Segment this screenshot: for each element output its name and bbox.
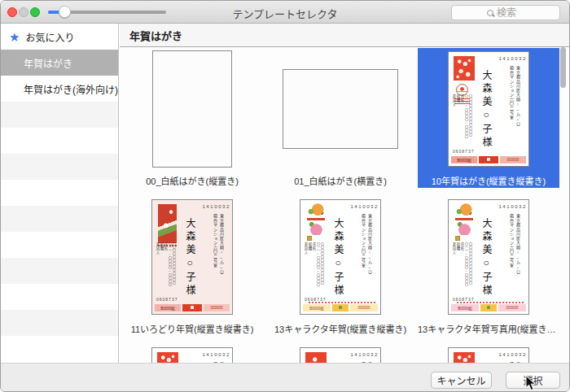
stamp-banner-icon [480, 304, 497, 311]
postal-code: 1410032 [350, 204, 379, 209]
recipient-name: 大森美○子様 [331, 218, 345, 309]
lottery-banners: B0000組000000 [451, 304, 526, 311]
sender-postal: 0608737 [156, 297, 178, 302]
gold-tag-icon [307, 236, 312, 241]
mouse-cursor [525, 375, 537, 391]
postal-code: 1410032 [498, 56, 527, 61]
sidebar-item-nenga-hagaki-overseas[interactable]: 年賀はがき(海外向け) [1, 76, 118, 102]
postcard-thumbnail-character[interactable]: 1410032 大森美○子様 東京都品川区大崎○−ム−ロ稲台マンション六〇二号室… [300, 199, 381, 315]
postcard-thumbnail-blank-portrait[interactable] [152, 50, 232, 168]
template-label: 00_白紙はがき(縦置き) [121, 174, 263, 187]
recipient-address: 東京都品川区大崎○−ム−ロ稲台マンション六〇二号室 [508, 214, 521, 305]
template-cell-irodori[interactable]: 1410032 大森美○子様 東京都品川区大崎○−ム−ロ稲台マンション六〇二号室… [121, 196, 263, 335]
sidebar: ★ お気に入り 年賀はがき 年賀はがき(海外向け) [1, 24, 119, 363]
title-bar: テンプレートセレクタ [1, 1, 569, 24]
recipient-address: 東京都品川区大崎○−ム−ロ稲台マンション六〇二号室 [212, 214, 225, 305]
gold-tag-icon [455, 236, 460, 241]
postcard-thumbnail-irodori[interactable]: 1410032 大森美○子様 東京都品川区大崎○−ム−ロ稲台マンション六〇二号室… [151, 199, 233, 315]
lottery-banners: B0000組000000 [451, 156, 526, 163]
sidebar-empty-row [1, 284, 118, 310]
notice-micro-text [457, 302, 525, 303]
sidebar-item-favorites[interactable]: ★ お気に入り [1, 24, 118, 50]
sender-postal: 0608737 [453, 149, 474, 154]
search-field[interactable] [451, 5, 560, 20]
postcard-thumbnail-blank-landscape[interactable] [283, 69, 398, 149]
template-label: 11いろどり年賀(縦置き縦書き) [121, 322, 263, 335]
recipient-name: 大森美○子様 [480, 70, 493, 161]
sidebar-item-label: 年賀はがき(海外向け) [9, 82, 118, 96]
pink-character-icon [456, 222, 471, 235]
template-cell-partial[interactable]: 1410032 東京都品川区大崎○−ム−ロ稲台マンション六〇二号室 [270, 344, 411, 364]
character-banner [455, 218, 473, 220]
sender-block: 〇〇〇〇〇〇〇〇〇〇〇〇〇〇一一−〇〇〇〇−〇〇〇〇 氏名 役職 差出人 [452, 94, 472, 155]
postal-code: 1410032 [202, 204, 230, 209]
postcard-thumbnail-partial[interactable]: 1410032 東京都品川区大崎○−ム−ロ稲台マンション六〇二号室 [448, 347, 529, 364]
sender-block: 〇〇〇〇〇〇〇〇〇〇〇〇〇〇一一−〇〇〇〇−〇〇〇〇 氏名 役職 差出人 [156, 242, 176, 303]
template-cell-character[interactable]: 1410032 大森美○子様 東京都品川区大崎○−ム−ロ稲台マンション六〇二号室… [270, 196, 411, 335]
lottery-banners: B0000組000000 [155, 304, 230, 311]
template-cell-partial[interactable]: 1410032 東京都品川区大崎○−ム−ロ稲台マンション六〇二号室 [121, 344, 263, 364]
postal-code: 1410032 [350, 352, 379, 357]
template-cell-partial[interactable]: 1410032 東京都品川区大崎○−ム−ロ稲台マンション六〇二号室 [418, 344, 559, 364]
template-label-selected: 10年賀はがき(縦置き縦書き) [418, 174, 559, 187]
sidebar-empty-row [1, 102, 118, 128]
tiger-character-icon [455, 203, 473, 217]
postcard-thumbnail-partial[interactable]: 1410032 東京都品川区大崎○−ム−ロ稲台マンション六〇二号室 [300, 347, 381, 364]
sidebar-empty-row [1, 154, 118, 180]
notice-micro-text [309, 302, 377, 303]
sidebar-empty-row [1, 336, 118, 362]
recipient-address: 東京都品川区大崎○−ム−ロ稲台マンション六〇二号室 [360, 214, 373, 305]
template-label: 13キャラクタ年賀写真用(縦置き縦書き) [418, 322, 559, 335]
tiger-character-icon [307, 203, 325, 217]
sidebar-empty-row [1, 310, 118, 336]
recipient-name: 大森美○子様 [183, 218, 197, 309]
template-cell-blank-landscape[interactable]: 01_白紙はがき(横置き) [270, 48, 411, 187]
stamp-banner-icon [479, 156, 498, 163]
sidebar-empty-row [1, 206, 118, 232]
footer-bar: キャンセル 選択 [1, 363, 569, 391]
sidebar-empty-row [1, 232, 118, 258]
sidebar-item-nenga-hagaki[interactable]: 年賀はがき [1, 50, 118, 76]
postal-code: 1410032 [498, 352, 527, 357]
sender-block: 〇〇〇〇〇〇〇〇〇〇〇〇〇〇一一−〇〇〇〇−〇〇〇〇 氏名 役職 差出人 [304, 242, 324, 303]
stamp-art-icon [454, 56, 475, 81]
sidebar-empty-row [1, 128, 118, 154]
category-header-label: 年賀はがき [129, 28, 182, 43]
postcard-thumbnail-partial[interactable]: 1410032 東京都品川区大崎○−ム−ロ稲台マンション六〇二号室 [151, 347, 233, 364]
sidebar-item-label: 年賀はがき [9, 56, 72, 70]
sidebar-empty-row [1, 180, 118, 206]
postal-code: 1410032 [202, 352, 230, 357]
sidebar-empty-row [1, 258, 118, 284]
cancel-button[interactable]: キャンセル [431, 372, 492, 389]
stamp-banner-icon [332, 304, 349, 311]
sender-block: 〇〇〇〇〇〇〇〇〇〇〇〇〇〇一一−〇〇〇〇−〇〇〇〇 氏名 役職 差出人 [452, 242, 472, 303]
recipient-address: 東京都品川区大崎○−ム−ロ稲台マンション六〇二号室 [508, 66, 521, 157]
search-input[interactable] [497, 7, 524, 19]
stamp-art-icon [158, 204, 177, 243]
star-icon: ★ [9, 31, 20, 43]
postcard-thumbnail-nenga[interactable]: 1410032 大森美○子様 東京都品川区大崎○−ム−ロ稲台マンション六〇二号室… [448, 51, 529, 167]
template-grid: 00_白紙はがき(縦置き) 01_白紙はがき(横置き) 1410032 大森美○… [120, 47, 569, 364]
sidebar-favorites-label: お気に入り [25, 30, 74, 44]
template-selector-window: テンプレートセレクタ ★ お気に入り 年賀はがき 年賀はがき(海外向け) 年賀は… [0, 0, 570, 392]
postal-code: 1410032 [498, 204, 527, 209]
search-icon [487, 10, 493, 16]
template-cell-character-photo[interactable]: 1410032 大森美○子様 東京都品川区大崎○−ム−ロ稲台マンション六〇二号室… [418, 196, 559, 335]
template-label: 13キャラクタ年賀(縦置き縦書き) [270, 322, 411, 335]
lottery-banners: B0000組000000 [303, 304, 378, 311]
stamp-banner-icon [182, 304, 202, 311]
category-header: 年賀はがき [120, 24, 569, 47]
template-cell-nenga-selected[interactable]: 1410032 大森美○子様 東京都品川区大崎○−ム−ロ稲台マンション六〇二号室… [418, 48, 559, 188]
postcard-thumbnail-character-photo[interactable]: 1410032 大森美○子様 東京都品川区大崎○−ム−ロ稲台マンション六〇二号室… [448, 199, 529, 315]
template-label: 01_白紙はがき(横置き) [270, 174, 411, 187]
vertical-scrollbar-thumb[interactable] [560, 47, 566, 88]
pink-character-icon [308, 222, 323, 235]
character-banner [307, 218, 325, 220]
template-cell-blank-portrait[interactable]: 00_白紙はがき(縦置き) [121, 48, 263, 187]
recipient-name: 大森美○子様 [480, 218, 493, 309]
